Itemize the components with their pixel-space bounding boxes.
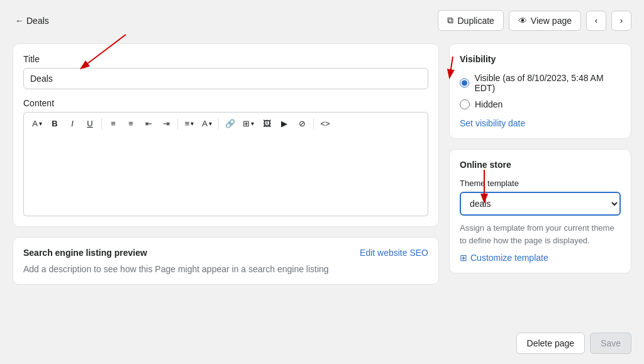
align-btn[interactable]: ≡ ▾ bbox=[181, 116, 197, 131]
theme-template-label: Theme template bbox=[460, 179, 621, 188]
online-store-description: Assign a template from your current them… bbox=[460, 222, 621, 246]
back-button[interactable]: ← Deals bbox=[13, 13, 52, 28]
online-store-card: Online store Theme template deals defaul… bbox=[449, 149, 631, 273]
page-title: Deals bbox=[26, 16, 49, 26]
font-icon: A bbox=[32, 119, 38, 128]
page-header: ← Deals ⧉ Duplicate 👁 View page ‹ › bbox=[13, 10, 631, 31]
delete-page-button[interactable]: Delete page bbox=[516, 333, 586, 354]
header-actions: ⧉ Duplicate 👁 View page ‹ › bbox=[438, 10, 631, 31]
content-card: Title Content A ▾ B I U ≡ ≡ ⇤ ⇥ bbox=[13, 43, 439, 227]
toolbar-divider-3 bbox=[218, 118, 219, 130]
next-button[interactable]: › bbox=[611, 11, 631, 31]
visibility-title: Visibility bbox=[460, 54, 621, 64]
circle-slash-icon: ⊘ bbox=[299, 119, 306, 128]
seo-description: Add a description to see how this Page m… bbox=[23, 264, 428, 274]
online-store-title: Online store bbox=[460, 160, 621, 170]
link-icon: 🔗 bbox=[225, 119, 235, 128]
underline-btn[interactable]: U bbox=[82, 116, 98, 131]
outdent-btn[interactable]: ⇤ bbox=[140, 116, 157, 131]
seo-header: Search engine listing preview Edit websi… bbox=[23, 248, 428, 258]
italic-btn[interactable]: I bbox=[64, 116, 80, 131]
font-btn[interactable]: A ▾ bbox=[29, 116, 45, 131]
bottom-actions: Delete page Save bbox=[516, 333, 631, 354]
left-column: Title Content A ▾ B I U ≡ ≡ ⇤ ⇥ bbox=[13, 43, 439, 285]
code-btn[interactable]: <> bbox=[317, 116, 333, 131]
table-btn[interactable]: ⊞ ▾ bbox=[240, 116, 257, 131]
toolbar-divider-4 bbox=[313, 118, 314, 130]
editor-toolbar: A ▾ B I U ≡ ≡ ⇤ ⇥ ≡ ▾ bbox=[23, 112, 428, 135]
toolbar-divider-1 bbox=[101, 118, 102, 130]
circle-slash-btn[interactable]: ⊘ bbox=[294, 116, 310, 131]
video-btn[interactable]: ▶ bbox=[276, 116, 292, 131]
color-btn[interactable]: A ▾ bbox=[199, 116, 215, 131]
prev-button[interactable]: ‹ bbox=[586, 11, 606, 31]
image-btn[interactable]: 🖼 bbox=[258, 116, 275, 131]
main-layout: Title Content A ▾ B I U ≡ ≡ ⇤ ⇥ bbox=[13, 43, 631, 285]
title-input[interactable] bbox=[23, 68, 428, 89]
back-arrow-icon: ← bbox=[15, 16, 24, 26]
customize-icon: ⊞ bbox=[460, 253, 467, 263]
title-label: Title bbox=[23, 54, 428, 64]
visible-radio[interactable] bbox=[460, 78, 469, 88]
toolbar-divider-2 bbox=[177, 118, 178, 130]
color-icon: A bbox=[202, 119, 208, 128]
font-dropdown-icon: ▾ bbox=[39, 120, 42, 127]
hidden-radio[interactable] bbox=[460, 99, 470, 109]
indent-btn[interactable]: ⇥ bbox=[158, 116, 174, 131]
right-column: Visibility Visible (as of 8/10/2023, 5:4… bbox=[449, 43, 631, 273]
hidden-label: Hidden bbox=[475, 99, 502, 109]
header-left: ← Deals bbox=[13, 13, 52, 28]
content-label: Content bbox=[23, 98, 428, 108]
visibility-card: Visibility Visible (as of 8/10/2023, 5:4… bbox=[449, 43, 631, 139]
ordered-list-btn[interactable]: ≡ bbox=[123, 116, 139, 131]
edit-seo-button[interactable]: Edit website SEO bbox=[360, 248, 428, 258]
visible-label: Visible (as of 8/10/2023, 5:48 AM EDT) bbox=[474, 73, 621, 93]
seo-title: Search engine listing preview bbox=[23, 248, 147, 258]
unordered-list-btn[interactable]: ≡ bbox=[105, 116, 121, 131]
video-icon: ▶ bbox=[281, 119, 287, 128]
customize-template-button[interactable]: ⊞ Customize template bbox=[460, 253, 548, 263]
code-icon: <> bbox=[320, 119, 330, 128]
link-btn[interactable]: 🔗 bbox=[222, 116, 238, 131]
align-icon: ≡ bbox=[185, 119, 190, 128]
seo-card: Search engine listing preview Edit websi… bbox=[13, 237, 439, 285]
save-button[interactable]: Save bbox=[590, 333, 631, 354]
visible-option[interactable]: Visible (as of 8/10/2023, 5:48 AM EDT) bbox=[460, 73, 621, 93]
duplicate-icon: ⧉ bbox=[447, 15, 453, 26]
eye-icon: 👁 bbox=[518, 16, 527, 26]
table-dropdown-icon: ▾ bbox=[251, 120, 254, 127]
theme-template-select[interactable]: deals default page bbox=[460, 192, 621, 216]
view-page-button[interactable]: 👁 View page bbox=[509, 11, 581, 31]
color-dropdown-icon: ▾ bbox=[209, 120, 212, 127]
hidden-option[interactable]: Hidden bbox=[460, 99, 621, 109]
editor-body[interactable] bbox=[23, 135, 428, 216]
image-icon: 🖼 bbox=[263, 119, 271, 128]
set-visibility-date-button[interactable]: Set visibility date bbox=[460, 118, 525, 128]
bold-btn[interactable]: B bbox=[47, 116, 63, 131]
table-icon: ⊞ bbox=[243, 119, 250, 128]
chevron-left-icon: ‹ bbox=[595, 16, 597, 25]
duplicate-button[interactable]: ⧉ Duplicate bbox=[438, 10, 503, 31]
align-dropdown-icon: ▾ bbox=[191, 120, 194, 127]
chevron-right-icon: › bbox=[620, 16, 623, 25]
